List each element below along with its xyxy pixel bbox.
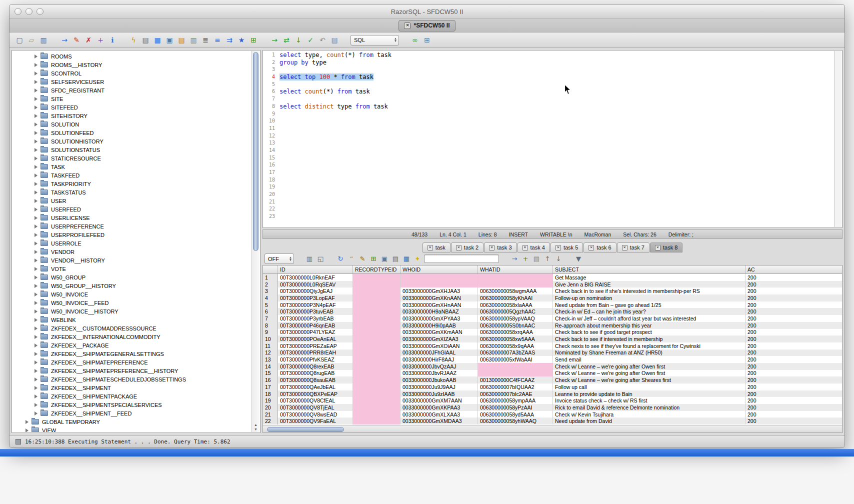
cell-recordtypeid[interactable] <box>353 418 400 424</box>
cell-recordtypeid[interactable] <box>353 404 400 411</box>
cell-recordtypeid[interactable] <box>353 329 400 336</box>
cell-subject[interactable]: Give Jenn a BIG RAISE <box>553 281 746 288</box>
editor-line[interactable]: 5 <box>264 81 834 88</box>
cell-subject[interactable]: Follow-up on nomination <box>553 294 746 302</box>
cell-id[interactable]: 00T3000000Q8rexEAB <box>278 363 353 370</box>
column-header-id[interactable]: ID <box>278 266 353 274</box>
cell-recordtypeid[interactable] <box>353 376 400 384</box>
cell-recordtypeid[interactable] <box>353 308 400 315</box>
tree-item-zkfedex__package[interactable]: ZKFEDEX__PACKAGE <box>12 341 252 350</box>
cell-whoid[interactable]: 0033000000GmXPYAA3 <box>400 315 478 322</box>
cell-whatid[interactable]: 006300000058x9qAAA <box>478 342 553 350</box>
cell-recordtypeid[interactable] <box>353 274 400 281</box>
row-number[interactable]: 11 <box>263 342 278 350</box>
cell-whoid[interactable]: 0033000000GmXKPAA3 <box>400 404 478 411</box>
cell-whatid[interactable] <box>478 274 553 281</box>
zoom-button[interactable] <box>36 8 44 15</box>
disclosure-triangle-icon[interactable] <box>34 131 38 135</box>
disclosure-triangle-icon[interactable] <box>34 250 38 254</box>
grid-hscroll-thumb[interactable] <box>267 427 344 432</box>
sql-tools-lightning-icon[interactable]: ϟ <box>128 35 138 45</box>
disclosure-triangle-icon[interactable] <box>34 267 38 271</box>
tab-close-icon[interactable]: ✕ <box>588 245 594 250</box>
tree-item-sitehistory[interactable]: SITEHISTORY <box>12 112 252 120</box>
disclosure-triangle-icon[interactable] <box>34 63 38 67</box>
cell-whoid[interactable]: 0033000000HirF8AAJ <box>400 356 478 363</box>
cell-whoid[interactable]: 0033000000GmXLXAA3 <box>400 411 478 418</box>
disclosure-triangle-icon[interactable] <box>34 224 38 228</box>
disclosure-triangle-icon[interactable] <box>34 344 38 348</box>
table-row[interactable]: 1100T3000000PREZaEAP0033000000GmXOiAAN00… <box>263 342 842 350</box>
cell-recordtypeid[interactable] <box>353 302 400 308</box>
cell-activitydate[interactable]: 200 <box>746 322 842 329</box>
tree-scrollbar-arrows[interactable]: ▲▼ <box>252 423 260 431</box>
save-results-icon[interactable]: ▥ <box>305 254 314 264</box>
cell-id[interactable]: 00T3000000PREZaEAP <box>278 342 353 350</box>
row-number[interactable]: 17 <box>263 384 278 390</box>
disclosure-triangle-icon[interactable] <box>34 97 38 101</box>
row-number[interactable]: 1 <box>263 274 278 281</box>
cell-whoid[interactable]: 0033000000GmXMDAA3 <box>400 418 478 424</box>
editor-line[interactable]: 8select distinct type from task <box>264 103 834 110</box>
tab-close-icon[interactable]: ✕ <box>622 245 628 250</box>
cell-id[interactable]: 00T3000000P46qnEAB <box>278 322 353 329</box>
cell-whatid[interactable]: 00630000007blc2AAE <box>478 390 553 398</box>
disclosure-triangle-icon[interactable] <box>34 208 38 212</box>
view-table-icon[interactable]: ▦ <box>152 35 162 45</box>
cell-activitydate[interactable]: 200 <box>746 288 842 294</box>
tree-item-scontrol[interactable]: SCONTROL <box>12 69 252 78</box>
open-file-icon[interactable]: ▱ <box>26 35 36 45</box>
table-row[interactable]: 2000T3000000QV8TjEAL0033000000GmXKPAA300… <box>263 404 842 411</box>
cell-subject[interactable]: Get Massage <box>553 274 746 281</box>
tree-item-vendor__history[interactable]: VENDOR__HISTORY <box>12 256 252 264</box>
tab-close-icon[interactable]: ✕ <box>456 245 462 250</box>
cell-whatid[interactable]: 00630000005S0bnAAC <box>478 322 553 329</box>
tree-item-solution[interactable]: SOLUTION <box>12 120 252 128</box>
row-number[interactable]: 10 <box>263 336 278 342</box>
cell-whatid[interactable]: 006300000058ympAAA <box>478 397 553 404</box>
import-data-icon[interactable]: → <box>60 35 70 45</box>
close-button[interactable] <box>14 8 22 15</box>
column-header-rownum[interactable] <box>263 266 278 274</box>
cell-recordtypeid[interactable] <box>353 294 400 302</box>
cell-recordtypeid[interactable] <box>353 336 400 342</box>
cell-whoid[interactable]: 0033000000Ju9J9AAJ <box>400 384 478 390</box>
tree-item-zkfedex__shipmategeneralsettings[interactable]: ZKFEDEX__SHIPMATEGENERALSETTINGS <box>12 350 252 358</box>
cell-id[interactable]: 00T3000000P3N4pEAF <box>278 302 353 308</box>
cell-whoid[interactable]: 0033000000Ju9zIAAB <box>400 390 478 398</box>
cell-id[interactable]: 00T3000000Q8rugEAB <box>278 370 353 377</box>
table-row[interactable]: 1000T3000000POeAnEAL0033000000GmXIZAA300… <box>263 336 842 342</box>
result-tab-task-7[interactable]: ✕task 7 <box>617 242 650 252</box>
disclosure-triangle-icon[interactable] <box>34 165 38 169</box>
cell-whatid[interactable]: 00630000005QgzhAAC <box>478 308 553 315</box>
find-next-icon[interactable]: → <box>510 254 519 264</box>
log-icon[interactable]: ▤ <box>330 35 340 45</box>
cell-whoid[interactable]: 0033000000JbukoAAB <box>400 376 478 384</box>
tree-item-vendor[interactable]: VENDOR <box>12 248 252 256</box>
cell-subject[interactable]: Check back to see if interested in membe… <box>553 336 746 342</box>
cell-id[interactable]: 00T3000000QV8CfEAL <box>278 397 353 404</box>
result-tab-task-2[interactable]: ✕task 2 <box>451 242 484 252</box>
disclosure-triangle-icon[interactable] <box>34 352 38 356</box>
auto-commit-select[interactable]: OFF▲▼ <box>264 254 294 264</box>
table-row[interactable]: 800T3000000P46qnEAB0033000000H9i0pAAB006… <box>263 322 842 329</box>
cell-id[interactable]: 00T3000000PfvKSEAZ <box>278 356 353 363</box>
tree-item-zkfedex__shipmentpackage[interactable]: ZKFEDEX__SHIPMENTPACKAGE <box>12 392 252 400</box>
cell-subject[interactable]: Re-approach about membership this year <box>553 322 746 329</box>
disclosure-triangle-icon[interactable] <box>34 190 38 194</box>
cell-whoid[interactable] <box>400 281 478 288</box>
tree-item-rooms[interactable]: ROOMS <box>12 52 252 60</box>
cell-whatid[interactable]: 006300000058xrqAAA <box>478 329 553 336</box>
tree-item-zkfedex__shipmatescheduledjobssettings[interactable]: ZKFEDEX__SHIPMATESCHEDULEDJOBSSETTINGS <box>12 375 252 384</box>
disclosure-triangle-icon[interactable] <box>34 233 38 237</box>
result-tab-task-3[interactable]: ✕task 3 <box>484 242 516 252</box>
tree-item-userpreference[interactable]: USERPREFERENCE <box>12 222 252 230</box>
editor-line[interactable]: 11 <box>264 125 834 132</box>
quote-results-icon[interactable]: “ <box>347 254 356 264</box>
disclosure-triangle-icon[interactable] <box>34 106 38 110</box>
cell-recordtypeid[interactable] <box>353 356 400 363</box>
editor-line[interactable]: 21 <box>264 198 834 206</box>
edit-cell-icon[interactable]: ✎ <box>358 254 367 264</box>
query-builder-icon[interactable]: ⊞ <box>248 35 258 45</box>
execute-all-icon[interactable]: ⇄ <box>282 35 292 45</box>
